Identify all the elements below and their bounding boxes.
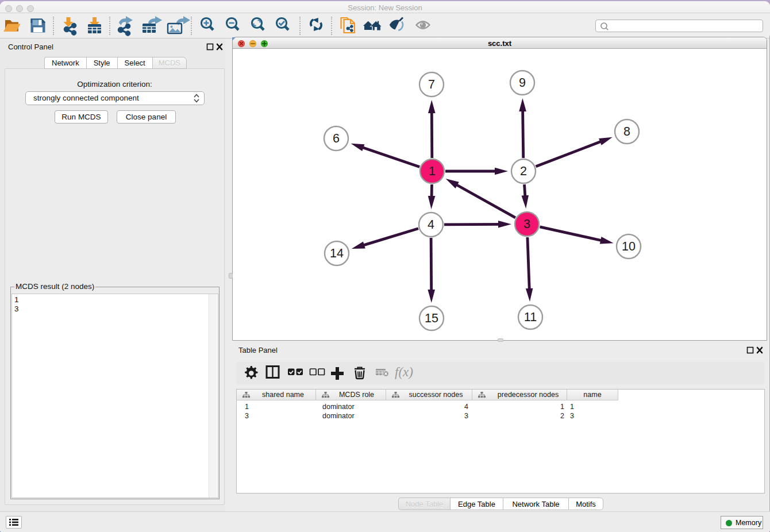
svg-text:6: 6 xyxy=(333,132,340,145)
svg-text:10: 10 xyxy=(622,240,636,253)
svg-text:7: 7 xyxy=(428,78,435,91)
svg-text:1: 1 xyxy=(429,164,436,178)
svg-text:4: 4 xyxy=(428,218,434,232)
svg-text:14: 14 xyxy=(330,246,344,260)
svg-text:15: 15 xyxy=(425,311,438,325)
svg-text:3: 3 xyxy=(523,217,530,231)
svg-text:f(x): f(x) xyxy=(395,365,413,379)
svg-text:2: 2 xyxy=(520,164,527,178)
svg-text:8: 8 xyxy=(623,125,630,138)
svg-text:9: 9 xyxy=(519,76,526,90)
svg-text:11: 11 xyxy=(524,310,537,324)
